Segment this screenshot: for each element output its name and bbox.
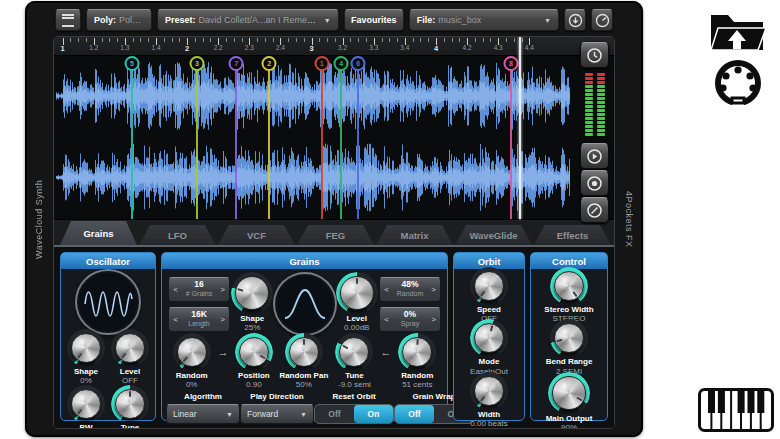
clock-icon: [586, 47, 603, 64]
preset-dropdown[interactable]: Preset:David Collett/A...an I Remember T…: [157, 9, 339, 31]
chevron-down-icon: ▼: [544, 17, 551, 24]
tab-effects[interactable]: Effects: [534, 225, 611, 245]
osc-tune-knob: Tune 0.0 semi: [108, 389, 152, 429]
oscillator-scope: [77, 271, 139, 333]
osc-pw-knob: PW 0%: [64, 389, 108, 429]
record-button[interactable]: [580, 170, 609, 196]
tab-grains[interactable]: Grains: [60, 221, 137, 245]
arrow-right-icon: →: [217, 346, 228, 358]
reset-orbit-label: Reset Orbit: [332, 392, 375, 401]
stepper-left-icon[interactable]: <: [169, 285, 182, 294]
bell-curve-icon: [277, 276, 333, 332]
stepper-right-icon[interactable]: >: [427, 315, 440, 324]
favourites-button[interactable]: Favourites: [344, 9, 404, 31]
midi-button[interactable]: [710, 58, 766, 112]
app-name-left: WaveCloud Synth: [25, 1, 53, 437]
num-grains-stepper: < 16# Grains >: [168, 277, 230, 302]
play-direction-dropdown[interactable]: Forward ▼: [240, 404, 314, 424]
speed-button[interactable]: [580, 197, 609, 223]
stepper-right-icon[interactable]: >: [216, 285, 229, 294]
orbit-panel: Orbit Speed OFF Mode EaseInOut Width: [453, 252, 525, 421]
midi-din-icon: [710, 58, 766, 108]
playhead[interactable]: [519, 37, 521, 219]
orbit-mode-knob: Mode EaseInOut: [470, 323, 508, 375]
timeline-ruler[interactable]: 11.21.31.422.22.32.433.23.33.444.24.34.4: [54, 37, 614, 56]
piano-keyboard-icon: [698, 388, 774, 432]
stepper-right-icon[interactable]: >: [427, 285, 440, 294]
keyboard-button[interactable]: [698, 388, 774, 436]
level-meters: [585, 73, 605, 136]
osc-shape-knob: Shape 0%: [64, 333, 108, 385]
stepper-left-icon[interactable]: <: [380, 315, 393, 324]
tempo-button[interactable]: [591, 9, 613, 31]
waveform-area: 11.21.31.422.22.32.433.23.33.444.24.34.4…: [54, 37, 614, 220]
osc-level-knob: Level OFF: [108, 333, 152, 385]
marker-layer: 53721468: [56, 56, 570, 219]
grain-wrap-label: Grain Wrap: [413, 392, 456, 401]
tab-waveglide[interactable]: WaveGlide: [455, 225, 532, 245]
tab-matrix[interactable]: Matrix: [376, 225, 453, 245]
open-folder-button[interactable]: [708, 8, 766, 58]
clock-button[interactable]: [580, 42, 609, 68]
folder-export-icon: [708, 8, 766, 54]
orbit-width-knob: Width 0.00 beats: [470, 376, 507, 428]
stepper-left-icon[interactable]: <: [380, 285, 393, 294]
arrow-left-icon: ←: [381, 346, 392, 358]
grain-tune-knob: Tune -9.0 semi: [338, 337, 371, 389]
grain-random-tune-knob: Random 51 cents: [401, 337, 433, 389]
synth-window: WaveCloud Synth 4Pockets FX Poly:Poly 12…: [25, 1, 643, 437]
grain-random-position-knob: Random 0%: [176, 337, 208, 389]
gauge-icon: [595, 13, 610, 28]
panel-title: Oscillator: [61, 253, 155, 269]
length-stepper: < 16KLength >: [168, 307, 230, 332]
oscillator-panel: Oscillator Shape 0%: [60, 252, 156, 421]
chevron-down-icon: ▼: [324, 17, 331, 24]
tab-lfo[interactable]: LFO: [139, 225, 216, 245]
sine-wave-icon: [79, 273, 137, 331]
stereo-width-knob: Stereo Width STEREO: [544, 271, 593, 323]
tab-feg[interactable]: FEG: [297, 225, 374, 245]
grain-random-pan-knob: Random Pan 50%: [279, 337, 328, 389]
stepper-left-icon[interactable]: <: [169, 315, 182, 324]
orbit-speed-knob: Speed OFF: [474, 271, 504, 323]
bend-range-knob: Bend Range 2 SEMI: [546, 323, 593, 375]
algorithm-label: Algorithm: [184, 392, 222, 401]
grain-position-knob: Position 0.90: [238, 337, 270, 389]
panel-area: Oscillator Shape 0%: [54, 247, 614, 428]
circle-arrow-icon: [568, 13, 583, 28]
panel-title: Grains: [162, 253, 447, 269]
poly-button[interactable]: Poly:Poly 12: [86, 9, 152, 31]
chevron-down-icon: ▼: [226, 411, 233, 418]
record-icon: [586, 175, 603, 192]
hamburger-icon: [62, 14, 74, 27]
toolbar: Poly:Poly 12 Preset:David Collett/A...an…: [55, 7, 613, 33]
screen: 11.21.31.422.22.32.433.23.33.444.24.34.4…: [53, 36, 615, 429]
stepper-right-icon[interactable]: >: [216, 315, 229, 324]
main-output-knob: Main Output 90%: [546, 376, 593, 429]
tab-bar: GrainsLFOVCFFEGMatrixWaveGlideEffects: [54, 220, 614, 247]
control-panel: Control Stereo Width STEREO Bend Range 2…: [530, 252, 608, 421]
level-meter-right: [597, 73, 605, 136]
tab-vcf[interactable]: VCF: [218, 225, 295, 245]
grains-panel: Grains < 16# Grains > < 16KLength >: [161, 252, 448, 421]
waveform-display[interactable]: 53721468: [56, 56, 570, 219]
random-stepper: < 48%Random >: [379, 277, 441, 302]
sync-button[interactable]: [564, 9, 586, 31]
grain-envelope-scope: [275, 274, 335, 334]
play-icon: [586, 148, 603, 165]
algorithm-dropdown[interactable]: Linear ▼: [166, 404, 240, 424]
reset-orbit-toggle: Off On: [314, 404, 394, 424]
play-button[interactable]: [580, 143, 609, 169]
file-dropdown[interactable]: File:music_box ▼: [409, 9, 559, 31]
menu-button[interactable]: [55, 9, 81, 31]
play-direction-label: Play Direction: [250, 392, 303, 401]
level-meter-left: [585, 73, 593, 136]
grain-shape-knob: Shape 25%: [235, 276, 269, 332]
speedometer-icon: [586, 202, 603, 219]
ruler-ticks: 11.21.31.422.22.32.433.23.33.444.24.34.4: [56, 37, 570, 55]
spray-stepper: < 0%Spray >: [379, 307, 441, 332]
grain-level-knob: Level 0.00dB: [340, 276, 374, 332]
chevron-down-icon: ▼: [300, 411, 307, 418]
app-name-right: 4Pockets FX: [615, 1, 643, 437]
